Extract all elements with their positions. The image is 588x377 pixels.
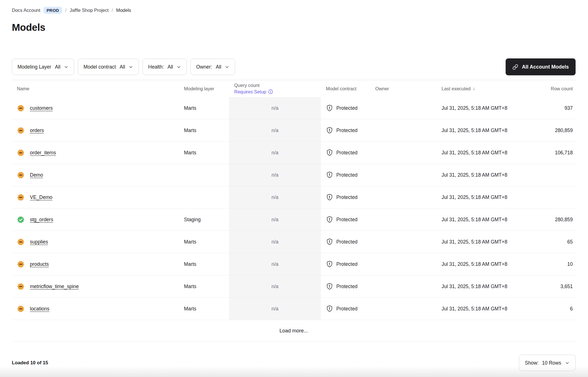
shield-alert-icon [326, 149, 333, 156]
column-header-owner: Owner [370, 86, 436, 91]
chevron-down-icon [176, 65, 181, 69]
query-count-value: n/a [271, 105, 278, 111]
filter-bar: Modeling Layer All Model contract All He… [12, 58, 576, 75]
minus-badge-icon [17, 260, 25, 268]
minus-badge-icon [17, 194, 25, 201]
modeling-layer-cell: Marts [179, 239, 229, 245]
query-count-cell: n/a [229, 231, 321, 253]
model-contract-cell: Protected [321, 305, 370, 312]
last-executed-cell: Jul 31, 2025, 5:18 AM GMT+8 [436, 128, 517, 133]
table-row: Demo n/a Protected Jul 31, 2025, 5:18 AM… [12, 164, 576, 186]
model-name-link[interactable]: order_items [30, 150, 56, 156]
last-executed-cell: Jul 31, 2025, 5:18 AM GMT+8 [436, 105, 517, 111]
filter-dropdown[interactable]: Owner: All [190, 59, 235, 75]
show-label: Show: [525, 360, 539, 366]
model-contract-cell: Protected [321, 238, 370, 246]
filter-dropdown[interactable]: Modeling Layer All [12, 59, 74, 75]
model-name-link[interactable]: stg_orders [30, 217, 53, 223]
model-name-link[interactable]: metricflow_time_spine [30, 284, 79, 290]
query-count-value: n/a [271, 284, 278, 290]
row-count-cell: 106,718 [517, 150, 576, 156]
model-name-link[interactable]: customers [30, 105, 53, 111]
filter-dropdown[interactable]: Health: All [142, 59, 187, 75]
model-name-link[interactable]: VE_Demo [30, 194, 52, 200]
model-name-cell: customers [12, 104, 179, 112]
modeling-layer-cell: Marts [179, 284, 229, 290]
filter-label: Modeling Layer [17, 64, 51, 70]
row-count-cell: 65 [517, 239, 576, 245]
breadcrumb-project[interactable]: Jaffle Shop Project [70, 8, 109, 13]
query-count-cell: n/a [229, 164, 321, 186]
chevron-down-icon [565, 361, 570, 365]
query-count-value: n/a [271, 217, 278, 223]
query-count-cell: n/a [229, 186, 321, 208]
models-table: Name Modeling layer Query count Requires… [12, 80, 576, 342]
page-title: Models [12, 21, 576, 34]
row-count-cell: 280,859 [517, 217, 576, 223]
breadcrumb-account[interactable]: Docs Account [12, 8, 40, 13]
requires-setup-link[interactable]: Requires Setup [234, 89, 321, 95]
minus-badge-icon [17, 238, 25, 246]
load-more-button[interactable]: Load more... [12, 320, 576, 342]
contract-label: Protected [336, 105, 357, 111]
model-name-link[interactable]: locations [30, 306, 49, 312]
query-count-cell: n/a [229, 209, 321, 231]
shield-alert-icon [326, 238, 333, 246]
model-name-cell: Demo [12, 171, 179, 179]
minus-badge-icon [17, 305, 25, 313]
last-executed-cell: Jul 31, 2025, 5:18 AM GMT+8 [436, 306, 517, 312]
breadcrumb-current: Models [116, 8, 131, 13]
modeling-layer-cell: Marts [179, 150, 229, 156]
column-header-modeling-layer: Modeling layer [179, 86, 229, 91]
model-name-cell: orders [12, 127, 179, 134]
filter-value: All [168, 64, 173, 70]
breadcrumb-separator: / [65, 8, 67, 13]
model-name-link[interactable]: products [30, 261, 49, 267]
contract-label: Protected [336, 150, 357, 156]
show-rows-dropdown[interactable]: Show: 10 Rows [519, 355, 576, 371]
table-row: orders Marts n/a Protected Jul 31, 2025,… [12, 119, 576, 141]
column-header-model-contract: Model contract [321, 86, 370, 91]
table-row: supplies Marts n/a Protected Jul 31, 202… [12, 231, 576, 253]
filter-dropdown[interactable]: Model contract All [78, 59, 139, 75]
modeling-layer-cell: Marts [179, 105, 229, 111]
model-name-link[interactable]: supplies [30, 239, 48, 245]
query-count-cell: n/a [229, 142, 321, 164]
query-count-value: n/a [271, 306, 278, 312]
model-name-cell: VE_Demo [12, 194, 179, 201]
all-account-models-button[interactable]: All Account Models [506, 58, 576, 75]
query-count-value: n/a [271, 128, 278, 133]
query-count-cell: n/a [229, 275, 321, 297]
chevron-down-icon [64, 65, 69, 69]
modeling-layer-cell: Staging [179, 217, 229, 223]
filter-value: All [55, 64, 60, 70]
column-header-query-count: Query count Requires Setup [229, 82, 321, 95]
model-name-link[interactable]: orders [30, 128, 44, 133]
all-account-models-label: All Account Models [522, 64, 569, 70]
contract-label: Protected [336, 284, 357, 290]
row-count-cell: 3,651 [517, 284, 576, 290]
info-icon[interactable] [268, 89, 273, 94]
table-row: order_items Marts n/a Protected Jul 31, … [12, 141, 576, 164]
chevron-down-icon [225, 65, 229, 69]
model-contract-cell: Protected [321, 216, 370, 223]
show-value: 10 Rows [542, 360, 561, 366]
check-badge-icon [17, 216, 25, 223]
table-row: metricflow_time_spine Marts n/a Protecte… [12, 275, 576, 297]
table-row: customers Marts n/a Protected Jul 31, 20… [12, 97, 576, 119]
query-count-cell: n/a [229, 253, 321, 275]
query-count-cell: n/a [229, 298, 321, 320]
last-executed-cell: Jul 31, 2025, 5:18 AM GMT+8 [436, 239, 517, 245]
column-header-last-executed[interactable]: Last executed ↓ [436, 86, 517, 91]
model-name-cell: metricflow_time_spine [12, 283, 179, 290]
row-count-cell: 6 [517, 306, 576, 312]
environment-badge: PROD [43, 7, 62, 14]
query-count-label: Query count [234, 82, 321, 88]
model-name-link[interactable]: Demo [30, 172, 43, 178]
sort-desc-icon: ↓ [473, 86, 475, 91]
table-footer: Loaded 10 of 15 Show: 10 Rows [12, 355, 576, 371]
last-executed-cell: Jul 31, 2025, 5:18 AM GMT+8 [436, 217, 517, 223]
table-header: Name Modeling layer Query count Requires… [12, 80, 576, 97]
row-count-cell: 937 [517, 105, 576, 111]
query-count-cell: n/a [229, 119, 321, 141]
